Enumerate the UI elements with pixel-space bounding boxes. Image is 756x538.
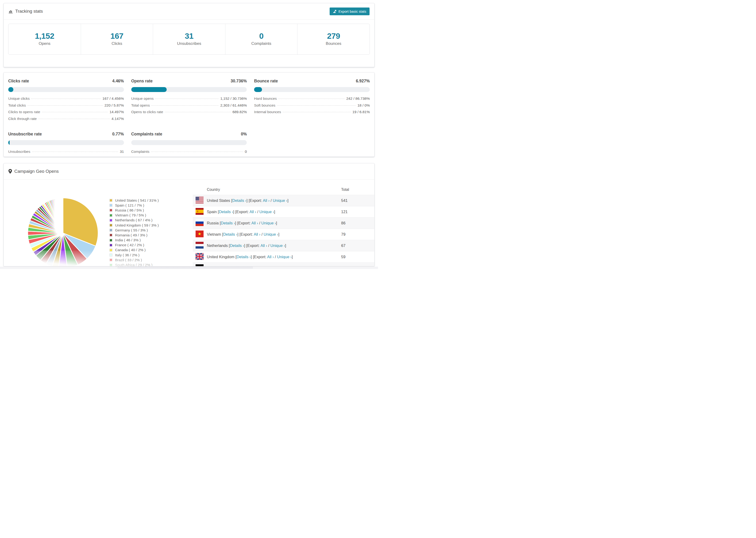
summary-value: 167 [81, 31, 153, 41]
details-link[interactable]: Details › [223, 232, 237, 237]
export-unique-link[interactable]: Unique › [273, 198, 287, 202]
legend-swatch [109, 224, 112, 227]
summary-label: Complaints [225, 41, 297, 46]
legend-item: Germany ( 55 / 3% ) [109, 228, 159, 233]
details-link[interactable]: Details › [230, 243, 244, 248]
export-all-link[interactable]: All › [254, 232, 260, 237]
legend-item: Canada ( 40 / 2% ) [109, 248, 159, 252]
rate-progress-bar [8, 87, 124, 92]
rate-progress-bar [8, 140, 124, 145]
export-all-link[interactable]: All › [260, 243, 267, 248]
rate-block-unsubscribe-rate: Unsubscribe rate 0.77% Unsubscribes 31 [8, 132, 124, 156]
legend-swatch [109, 243, 112, 247]
legend-swatch [109, 219, 112, 222]
legend-item: Russia ( 86 / 5% ) [109, 208, 159, 213]
geo-opens-pie-chart[interactable] [26, 195, 100, 266]
summary-box-clicks: 167 Clicks [81, 24, 153, 54]
country-name: Vietnam [207, 232, 221, 237]
stat-row-soft-bounces: Soft bounces 18 / 0% [254, 103, 370, 110]
export-all-link[interactable]: All › [267, 255, 274, 259]
legend-item: Romania ( 49 / 3% ) [109, 233, 159, 238]
stat-row-clicks-to-opens-rate: Clicks to opens rate 14.497% [8, 110, 124, 117]
legend-label: Germany ( 55 / 3% ) [115, 228, 148, 232]
country-row-gb: United Kingdom [Details ›] [Export: All … [193, 251, 374, 263]
export-basic-stats-button[interactable]: Export basic stats [330, 8, 369, 15]
country-cell: United Kingdom [Details ›] [Export: All … [207, 255, 341, 259]
rate-title: Opens rate [131, 79, 153, 83]
legend-swatch [109, 234, 112, 237]
legend-label: Romania ( 49 / 3% ) [115, 233, 147, 237]
summary-label: Unsubscribes [153, 41, 225, 46]
legend-item: Italy ( 36 / 2% ) [109, 252, 159, 257]
summary-value: 31 [153, 31, 225, 41]
details-link[interactable]: Details › [219, 210, 233, 214]
stat-row-internal-bounces: Internal bounces 19 / 6.81% [254, 110, 370, 117]
country-row-de: Germany [Details ›] [Export: All › / Uni… [193, 263, 374, 266]
country-cell: Spain [Details ›] [Export: All › / Uniqu… [207, 210, 341, 214]
legend-label: India ( 46 / 3% ) [115, 238, 141, 242]
flag-icon-vn [195, 231, 203, 238]
legend-swatch [109, 199, 112, 202]
rate-progress-bar [254, 87, 370, 92]
details-link[interactable]: Details › [221, 221, 235, 225]
legend-swatch [109, 239, 112, 242]
country-total: 55 [341, 266, 374, 266]
rate-value: 0% [241, 132, 247, 136]
details-link[interactable]: Details › [225, 266, 239, 266]
details-link[interactable]: Details › [237, 255, 251, 259]
export-unique-link[interactable]: Unique › [270, 243, 285, 248]
flag-icon-us [195, 197, 203, 204]
flag-icon-nl [195, 242, 203, 249]
map-pin-icon [9, 169, 12, 174]
export-unique-link[interactable]: Unique › [277, 255, 292, 259]
rate-title: Unsubscribe rate [8, 132, 42, 136]
country-name: United Kingdom [207, 255, 234, 259]
country-total: 79 [341, 232, 374, 237]
legend-swatch [109, 253, 112, 256]
export-all-link[interactable]: All › [263, 198, 269, 202]
summary-value: 0 [225, 31, 297, 41]
tracking-stats-title: Tracking stats [9, 9, 43, 14]
campaign-geo-opens-card: Campaign Geo Opens United States ( 541 /… [4, 163, 374, 266]
tracking-stats-card: Tracking stats Export basic stats 1,152 … [4, 3, 374, 67]
pie-slice-other[interactable] [63, 198, 63, 233]
rate-block-bounce-rate: Bounce rate 6.927% Hard bounces 242 / 86… [254, 79, 370, 123]
country-name: Spain [207, 210, 217, 214]
dotted-leader [165, 112, 231, 112]
dotted-leader [151, 105, 219, 106]
legend-label: France ( 42 / 2% ) [115, 243, 144, 247]
export-all-link[interactable]: All › [251, 221, 258, 225]
dotted-leader [27, 105, 103, 106]
pie-legend: United States ( 541 / 31% ) Spain ( 121 … [109, 198, 159, 266]
flag-icon-gb [195, 253, 203, 261]
flag-icon-es [195, 208, 203, 216]
legend-item: South Africa ( 29 / 2% ) [109, 262, 159, 266]
column-header-country: Country [193, 188, 341, 192]
summary-value: 279 [297, 31, 369, 41]
summary-boxes: 1,152 Opens167 Clicks31 Unsubscribes0 Co… [8, 24, 370, 55]
legend-label: South Africa ( 29 / 2% ) [115, 263, 152, 266]
rate-value: 30.736% [231, 79, 247, 83]
rate-value: 6.927% [356, 79, 370, 83]
country-name: Germany [207, 266, 223, 266]
export-all-link[interactable]: All › [249, 210, 256, 214]
legend-swatch [109, 264, 112, 266]
page-bottom-strip [0, 267, 378, 269]
rate-value: 0.77% [112, 132, 124, 136]
rate-title: Bounce rate [254, 79, 278, 83]
country-total: 121 [341, 210, 374, 214]
details-link[interactable]: Details › [232, 198, 246, 202]
page-title: Tracking stats [15, 9, 43, 14]
country-total: 541 [341, 198, 374, 203]
dotted-leader [277, 105, 356, 106]
export-unique-link[interactable]: Unique › [259, 210, 274, 214]
legend-label: United States ( 541 / 31% ) [115, 198, 159, 202]
geo-title-row: Campaign Geo Opens [9, 169, 59, 174]
export-unique-link[interactable]: Unique › [261, 221, 276, 225]
export-all-link[interactable]: All › [255, 266, 262, 266]
country-total: 67 [341, 243, 374, 248]
export-unique-link[interactable]: Unique › [264, 232, 278, 237]
export-unique-link[interactable]: Unique › [265, 266, 280, 266]
country-row-vn: Vietnam [Details ›] [Export: All › / Uni… [193, 229, 374, 240]
horizontal-scrollbar[interactable] [117, 267, 253, 269]
